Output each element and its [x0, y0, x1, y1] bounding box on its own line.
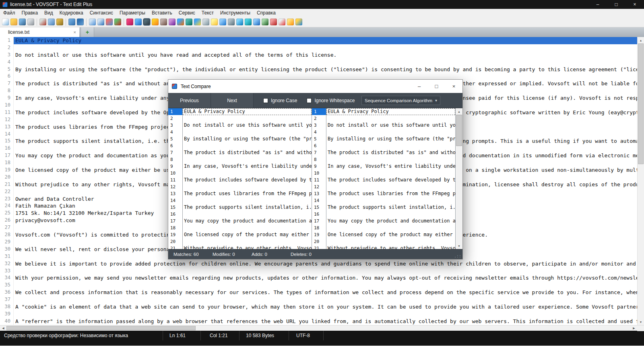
- scroll-up-button[interactable]: ▲: [638, 37, 644, 43]
- line-text[interactable]: A "cookie" is an element of data that a …: [14, 303, 637, 311]
- redo-icon[interactable]: [77, 19, 84, 25]
- encrypt-icon[interactable]: [152, 19, 159, 25]
- compare-line-text[interactable]: Without prejudice to any other rights, V…: [183, 245, 312, 249]
- compare-line-text[interactable]: [183, 142, 312, 149]
- menu-item-view[interactable]: Вид: [41, 9, 56, 17]
- dialog-maximize-button[interactable]: □: [428, 80, 445, 93]
- compare-line-text[interactable]: One licensed copy of the product may eit…: [183, 231, 312, 238]
- line-tools-icon[interactable]: [219, 19, 226, 25]
- compare-panel-left[interactable]: 1EULA & Privacy Policy23Do not install o…: [168, 108, 312, 249]
- compare-line-text[interactable]: In any case, Vovsoft's entire liability …: [326, 163, 455, 170]
- line-text[interactable]: [14, 268, 637, 275]
- copy-icon[interactable]: [48, 19, 55, 25]
- line-text[interactable]: Do not install or use this software unti…: [14, 51, 637, 59]
- compare-scrollbar[interactable]: ▲ ▼: [456, 108, 462, 249]
- preview-icon[interactable]: [135, 19, 142, 25]
- line-text[interactable]: By installing or using the software (the…: [14, 66, 637, 73]
- resize-grip[interactable]: .::: [454, 254, 461, 258]
- compare-line-text[interactable]: Do not install or use this software unti…: [183, 122, 312, 129]
- close-button[interactable]: ×: [625, 0, 644, 9]
- scroll-down-button[interactable]: ▼: [638, 319, 644, 325]
- line-text[interactable]: [14, 296, 637, 303]
- line-text[interactable]: [14, 311, 637, 318]
- arrow-up-icon[interactable]: [245, 19, 252, 25]
- sort-az-icon[interactable]: [262, 19, 268, 25]
- undo-icon[interactable]: [68, 19, 75, 25]
- compare-line-text[interactable]: [183, 238, 312, 245]
- alert-icon[interactable]: [287, 19, 294, 25]
- filter-icon[interactable]: [194, 19, 201, 25]
- line-text[interactable]: We collect and process information that …: [14, 289, 637, 296]
- arrows-left-icon[interactable]: [236, 19, 243, 25]
- compare-line-text[interactable]: [183, 197, 312, 204]
- scroll-left-button[interactable]: ◀: [0, 327, 6, 330]
- web-icon[interactable]: [177, 19, 184, 25]
- compare-line-text[interactable]: [183, 183, 312, 190]
- cut-icon[interactable]: [39, 19, 46, 25]
- file-manager-icon[interactable]: [228, 19, 235, 25]
- compare-line-text[interactable]: [183, 211, 312, 218]
- compare-line-text[interactable]: EULA & Privacy Policy: [183, 108, 312, 115]
- compare-line-text[interactable]: [183, 224, 312, 231]
- menu-item-service[interactable]: Сервис: [175, 9, 198, 17]
- screen-capture-icon[interactable]: [143, 19, 150, 25]
- tab-close-icon[interactable]: ×: [74, 30, 76, 35]
- compare-line-text[interactable]: Without prejudice to any other rights, V…: [326, 245, 455, 249]
- compare-line-text[interactable]: The product uses libraries from the FFmp…: [183, 190, 312, 197]
- compare-line-text[interactable]: You may copy the product and documentati…: [326, 218, 455, 224]
- open-file-icon[interactable]: [10, 19, 17, 25]
- compare-line-text[interactable]: The product supports silent installation…: [183, 204, 312, 211]
- compare-line-text[interactable]: By installing or using the software (the…: [183, 136, 312, 142]
- line-text[interactable]: We believe it is important to provide ad…: [14, 260, 637, 268]
- compare-line-text[interactable]: The product uses libraries from the FFmp…: [326, 190, 455, 197]
- save-file-icon[interactable]: [19, 19, 26, 25]
- line-text[interactable]: A "referrer" is the information passed a…: [14, 318, 637, 325]
- highlight-icon[interactable]: [126, 19, 133, 25]
- menu-item-encoding[interactable]: Кодировка: [56, 9, 87, 17]
- replace-icon[interactable]: [106, 19, 113, 25]
- compare-line-text[interactable]: [183, 156, 312, 163]
- vertical-scrollbar-thumb[interactable]: [638, 43, 644, 164]
- minimize-button[interactable]: –: [588, 0, 607, 9]
- compare-line-text[interactable]: [183, 115, 312, 122]
- vertical-scrollbar[interactable]: ▲ ▼: [637, 37, 644, 325]
- compare-line-text[interactable]: [326, 170, 455, 177]
- scroll-track[interactable]: [638, 164, 644, 319]
- line-text[interactable]: [14, 44, 637, 51]
- compare-line-text[interactable]: In any case, Vovsoft's entire liability …: [183, 163, 312, 170]
- compare-scrollbar-thumb[interactable]: [456, 115, 462, 146]
- menu-item-parameters[interactable]: Параметры: [116, 9, 149, 17]
- ignore-whitespace-checkbox[interactable]: Ignore Whitespace: [307, 98, 355, 103]
- menu-item-help[interactable]: Справка: [254, 9, 279, 17]
- sort-za-icon[interactable]: [270, 19, 277, 25]
- compare-line-text[interactable]: [326, 115, 455, 122]
- compare-line-text[interactable]: EULA & Privacy Policy: [326, 108, 455, 115]
- compare-line-text[interactable]: The product is distributed "as is" and w…: [183, 149, 312, 156]
- menu-item-insert[interactable]: Вставить: [149, 9, 175, 17]
- dialog-minimize-button[interactable]: –: [411, 80, 428, 93]
- compare-line-text[interactable]: Do not install or use this software unti…: [326, 122, 455, 129]
- compare-line-text[interactable]: One licensed copy of the product may eit…: [326, 231, 455, 238]
- compare-scroll-up-button[interactable]: ▲: [456, 108, 462, 115]
- compare-line-text[interactable]: The product is distributed "as is" and w…: [326, 149, 455, 156]
- horizontal-scrollbar-thumb[interactable]: [6, 326, 196, 330]
- line-text[interactable]: EULA & Privacy Policy: [14, 37, 637, 44]
- menu-item-file[interactable]: Файл: [0, 9, 19, 17]
- maximize-button[interactable]: □: [607, 0, 625, 9]
- compare-line-text[interactable]: [326, 183, 455, 190]
- compare-line-text[interactable]: The product supports silent installation…: [326, 204, 455, 211]
- export-icon[interactable]: [295, 19, 302, 25]
- dialog-close-button[interactable]: ×: [445, 80, 462, 93]
- tab-license-txt[interactable]: license.txt ×: [0, 27, 79, 37]
- compare-line-text[interactable]: [183, 129, 312, 136]
- compare-line-text[interactable]: By installing or using the software (the…: [326, 136, 455, 142]
- compare-line-text[interactable]: You may copy the product and documentati…: [183, 218, 312, 224]
- compare-line-text[interactable]: The product includes software developed …: [326, 177, 455, 183]
- compare-line-text[interactable]: [326, 211, 455, 218]
- compare-line-text[interactable]: [183, 170, 312, 177]
- ignore-case-checkbox[interactable]: Ignore Case: [263, 98, 297, 103]
- menu-item-syntax[interactable]: Синтаксис: [87, 9, 116, 17]
- spell-check-icon[interactable]: [114, 19, 121, 25]
- compare-scroll-down-button[interactable]: ▼: [456, 243, 462, 249]
- compare-line-text[interactable]: [326, 142, 455, 149]
